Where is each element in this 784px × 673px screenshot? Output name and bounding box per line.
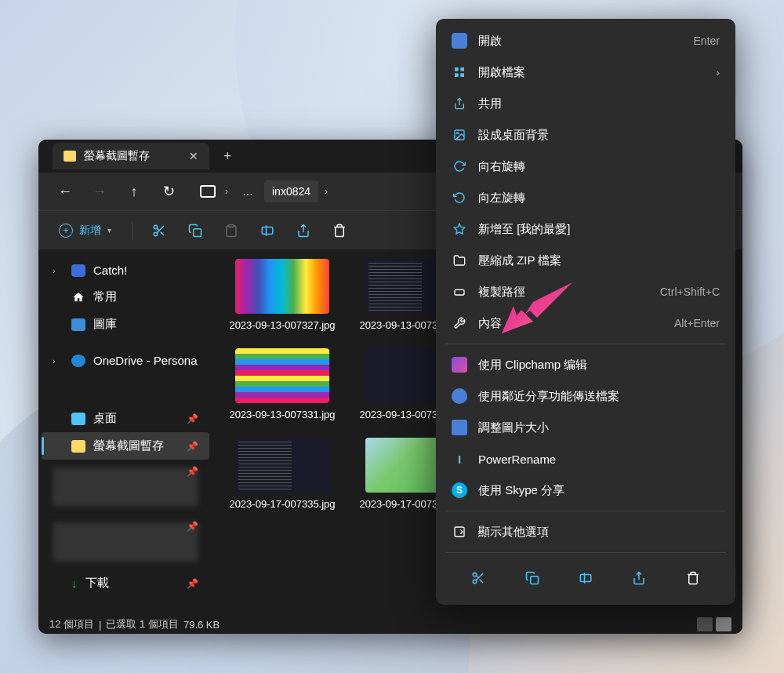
svg-rect-10 <box>455 67 459 71</box>
menu-item-skype-share[interactable]: S 使用 Skype 分享 <box>442 475 729 506</box>
refresh-button[interactable]: ↻ <box>154 177 183 206</box>
svg-point-1 <box>154 232 158 236</box>
folder-open-icon <box>71 440 85 453</box>
menu-item-label: 使用鄰近分享功能傳送檔案 <box>478 389 619 404</box>
menu-item-compress-zip[interactable]: 壓縮成 ZIP 檔案 <box>442 245 729 276</box>
svg-point-20 <box>473 573 477 577</box>
app-icon <box>71 264 85 277</box>
pin-icon: 📌 <box>187 578 198 589</box>
menu-item-label: 顯示其他選項 <box>478 525 549 540</box>
forward-button[interactable]: → <box>85 177 114 206</box>
menu-item-properties[interactable]: 內容 Alt+Enter <box>442 307 729 339</box>
copy-button[interactable] <box>518 564 546 592</box>
svg-line-23 <box>480 580 483 583</box>
sidebar-item-screenshots[interactable]: 螢幕截圖暫存 📌 <box>42 432 209 460</box>
copy-path-icon <box>452 284 467 300</box>
menu-item-powerrename[interactable]: I PowerRename <box>442 443 729 475</box>
menu-item-open-with[interactable]: 開啟檔案 › <box>442 56 729 88</box>
context-menu: 開啟 Enter 開啟檔案 › 共用 設成桌面背景 向右旋轉 向左旋轉 新增至 … <box>436 19 735 605</box>
menu-item-rotate-left[interactable]: 向左旋轉 <box>442 182 729 213</box>
cut-button[interactable] <box>464 564 492 592</box>
address-crumb[interactable]: … <box>234 180 261 202</box>
svg-marker-17 <box>454 224 464 234</box>
menu-shortcut: Alt+Enter <box>674 317 720 329</box>
thumbnails-view-button[interactable] <box>716 617 731 631</box>
sidebar-item-blurred[interactable]: 📌 <box>42 460 209 515</box>
menu-item-clipchamp[interactable]: 使用 Clipchamp 编辑 <box>442 349 729 380</box>
nearby-icon <box>452 388 467 404</box>
new-button[interactable]: + 新增 ▾ <box>51 219 119 242</box>
menu-action-bar <box>442 558 729 598</box>
share-icon <box>452 96 467 111</box>
onedrive-icon <box>71 355 85 367</box>
menu-item-copy-path[interactable]: 複製路徑 Ctrl+Shift+C <box>442 276 729 307</box>
menu-item-open[interactable]: 開啟 Enter <box>442 25 729 56</box>
file-name: 2023-09-13-007331.jpg <box>229 408 335 422</box>
share-button[interactable] <box>289 216 318 245</box>
sidebar-item-gallery[interactable]: 圖庫 <box>42 311 209 338</box>
menu-item-nearby-share[interactable]: 使用鄰近分享功能傳送檔案 <box>442 380 729 412</box>
menu-item-set-background[interactable]: 設成桌面背景 <box>442 119 729 151</box>
sidebar-item-blurred[interactable]: 📌 <box>42 515 209 569</box>
rename-button[interactable] <box>253 216 281 245</box>
folder-icon <box>64 151 76 162</box>
new-tab-button[interactable]: + <box>223 148 232 165</box>
menu-item-show-more[interactable]: 顯示其他選項 <box>442 516 729 547</box>
file-item[interactable]: 2023-09-13-007331.jpg <box>220 344 344 427</box>
sidebar-item-onedrive[interactable]: › OneDrive - Persona <box>42 347 209 373</box>
up-button[interactable]: ↑ <box>120 177 148 206</box>
chevron-right-icon: › <box>222 186 231 197</box>
picture-icon <box>452 127 467 143</box>
menu-item-add-favorites[interactable]: 新增至 [我的最愛] <box>442 213 729 245</box>
menu-item-label: 內容 <box>478 316 502 331</box>
share-button[interactable] <box>625 564 653 592</box>
copy-button[interactable] <box>181 216 209 245</box>
paste-button[interactable] <box>217 216 245 245</box>
share-icon <box>296 224 310 238</box>
new-label: 新增 <box>79 224 101 238</box>
file-item[interactable]: 2023-09-17-007335.jpg <box>220 433 344 516</box>
svg-rect-5 <box>194 228 201 236</box>
address-crumb-current[interactable]: inx0824 <box>264 180 318 202</box>
sidebar-item-desktop[interactable]: 桌面 📌 <box>42 405 209 432</box>
sidebar-item-label: OneDrive - Persona <box>93 354 198 367</box>
menu-item-label: 共用 <box>478 96 502 111</box>
skype-icon: S <box>452 482 467 498</box>
svg-point-16 <box>457 133 459 134</box>
svg-line-24 <box>476 576 478 578</box>
delete-button[interactable] <box>679 564 707 592</box>
sidebar-item-label: 桌面 <box>93 411 117 426</box>
file-item[interactable]: 2023-09-13-007327.jpg <box>220 254 344 337</box>
menu-item-resize-image[interactable]: 調整圖片大小 <box>442 412 729 443</box>
sidebar-item-label: Catch! <box>93 264 127 277</box>
address-bar[interactable]: › … inx0824 › <box>197 180 331 202</box>
svg-rect-6 <box>229 224 234 227</box>
delete-button[interactable] <box>325 216 354 245</box>
sidebar-item-downloads[interactable]: ↓ 下載 📌 <box>42 569 209 597</box>
more-icon <box>452 524 467 540</box>
cut-button[interactable] <box>145 216 173 245</box>
sidebar-item-label: 圖庫 <box>93 317 117 332</box>
rename-icon <box>579 571 593 585</box>
menu-item-label: 使用 Skype 分享 <box>478 483 564 498</box>
svg-point-0 <box>154 225 158 229</box>
menu-item-label: 調整圖片大小 <box>478 420 549 435</box>
photo-icon <box>452 33 467 49</box>
menu-item-share[interactable]: 共用 <box>442 88 729 119</box>
menu-item-rotate-right[interactable]: 向右旋轉 <box>442 151 729 182</box>
selection-info: 已選取 1 個項目 <box>106 617 178 631</box>
this-pc-icon <box>200 185 216 198</box>
sidebar-item-catch[interactable]: › Catch! <box>42 257 209 283</box>
tab-active[interactable]: 螢幕截圖暫存 ✕ <box>53 143 209 169</box>
powerrename-icon: I <box>452 451 467 467</box>
details-view-button[interactable] <box>697 617 713 631</box>
tab-close-button[interactable]: ✕ <box>189 150 198 162</box>
file-name: 2023-09-13-007327.jpg <box>229 318 335 333</box>
pin-icon: 📌 <box>187 521 198 532</box>
rename-button[interactable] <box>572 564 600 592</box>
back-button[interactable]: ← <box>51 177 79 206</box>
navigation-pane: › Catch! 常用 圖庫 › OneDrive - Persona <box>38 249 212 615</box>
sidebar-item-home[interactable]: 常用 <box>42 283 209 311</box>
menu-separator <box>445 552 726 553</box>
menu-item-label: 新增至 [我的最愛] <box>478 222 571 237</box>
